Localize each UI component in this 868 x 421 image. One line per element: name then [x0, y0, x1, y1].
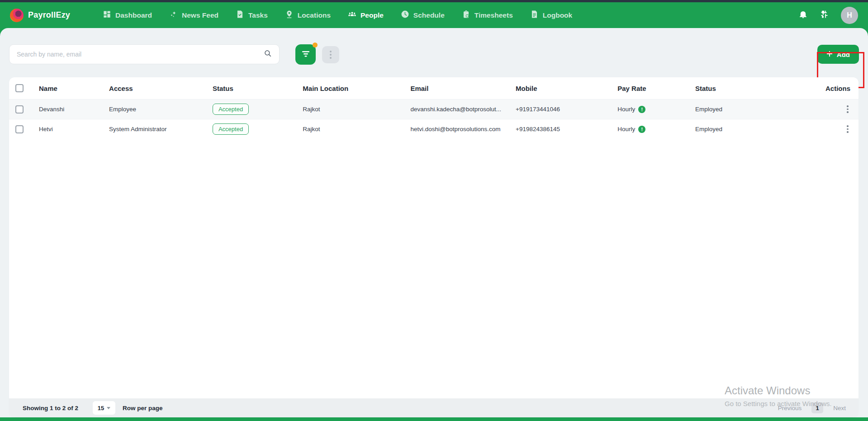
rows-per-page-select[interactable]: 15	[93, 401, 115, 415]
cell-email: hetvi.doshi@botprosolutions.com	[410, 126, 516, 132]
status-badge: Accepted	[213, 104, 249, 115]
nav-label: People	[360, 11, 384, 19]
add-button[interactable]: Add	[817, 45, 859, 64]
add-button-label: Add	[837, 51, 850, 58]
table-footer: Showing 1 to 2 of 2 15 Row per page Prev…	[9, 398, 859, 417]
search-box	[9, 44, 280, 64]
nav-item-logbook[interactable]: Logbook	[530, 10, 572, 20]
column-header-status: Status	[213, 85, 303, 92]
cell-name: Hetvi	[39, 126, 109, 132]
filter-icon	[301, 50, 310, 59]
cell-name: Devanshi	[39, 106, 109, 113]
column-header-employment-status: Status	[695, 85, 783, 92]
toolbar-kebab-button[interactable]	[322, 46, 339, 63]
pagination: Previous 1 Next	[778, 402, 846, 413]
dashboard-icon	[103, 10, 111, 20]
previous-page-button[interactable]: Previous	[778, 405, 802, 412]
plus-icon	[826, 51, 833, 58]
kebab-icon	[330, 51, 332, 59]
rows-per-page-label: Row per page	[123, 405, 163, 412]
cell-mobile: +919173441046	[516, 106, 617, 113]
notification-bell-icon[interactable]	[798, 9, 808, 21]
table-header-row: Name Access Status Main Location Email M…	[9, 77, 859, 99]
next-page-button[interactable]: Next	[833, 405, 846, 412]
cell-mobile: +919824386145	[516, 126, 617, 132]
brand-logo-icon	[10, 9, 24, 22]
search-input[interactable]	[17, 51, 264, 58]
nav-label: News Feed	[182, 11, 218, 19]
cell-employment-status: Employed	[695, 106, 783, 113]
table-row[interactable]: Hetvi System Administrator Accepted Rajk…	[9, 119, 859, 139]
app-header: PayrollEzy Dashboard News Feed Tasks Loc…	[0, 2, 868, 28]
nav-item-news-feed[interactable]: News Feed	[169, 10, 218, 20]
task-document-icon	[236, 10, 244, 20]
column-header-actions: Actions	[783, 85, 850, 92]
cell-main-location: Rajkot	[303, 126, 410, 132]
showing-count-label: Showing 1 to 2 of 2	[23, 405, 78, 412]
cell-email: devanshi.kadecha@botprosolut...	[410, 106, 516, 113]
row-checkbox[interactable]	[15, 105, 24, 114]
nav-item-dashboard[interactable]: Dashboard	[103, 10, 152, 20]
clock-icon	[401, 10, 409, 20]
nav-label: Dashboard	[115, 11, 152, 19]
toolbar: Add	[9, 44, 859, 64]
cell-pay-rate: Hourly	[617, 126, 635, 132]
cell-main-location: Rajkot	[303, 106, 410, 113]
column-header-email: Email	[410, 85, 516, 92]
cell-access: System Administrator	[109, 126, 213, 132]
map-pin-icon	[285, 10, 294, 20]
nav-item-timesheets[interactable]: Timesheets	[462, 10, 513, 20]
row-actions-kebab-icon[interactable]	[845, 104, 850, 115]
filter-badge-dot	[313, 43, 318, 47]
column-header-mobile: Mobile	[516, 85, 617, 92]
nav-label: Schedule	[413, 11, 445, 19]
column-header-main-location: Main Location	[303, 85, 410, 92]
filter-button[interactable]	[295, 44, 316, 65]
header-right: H	[798, 7, 858, 24]
nav-label: Logbook	[543, 11, 572, 19]
rows-per-page-value: 15	[98, 405, 104, 412]
search-icon[interactable]	[264, 49, 272, 59]
content-panel: Add Name Access Status Main Location Ema…	[0, 28, 868, 417]
cell-employment-status: Employed	[695, 126, 783, 132]
chevron-down-icon	[107, 407, 110, 409]
column-header-name: Name	[39, 85, 109, 92]
cell-pay-rate: Hourly	[617, 106, 635, 113]
people-group-icon	[348, 10, 356, 20]
nav-label: Locations	[298, 11, 331, 19]
column-header-access: Access	[109, 85, 213, 92]
nav-label: Timesheets	[474, 11, 513, 19]
nav-item-locations[interactable]: Locations	[285, 10, 331, 20]
settings-sliders-icon[interactable]	[820, 9, 829, 21]
page-number-button[interactable]: 1	[811, 402, 823, 413]
cell-access: Employee	[109, 106, 213, 113]
brand: PayrollEzy	[10, 9, 70, 22]
status-badge: Accepted	[213, 123, 249, 135]
brand-name: PayrollEzy	[28, 10, 70, 20]
column-header-pay-rate: Pay Rate	[617, 85, 695, 92]
sparkle-icon	[169, 10, 178, 20]
logbook-document-icon	[530, 10, 539, 20]
pay-rate-info-icon[interactable]	[638, 126, 645, 133]
table-empty-space	[9, 139, 859, 398]
row-checkbox[interactable]	[15, 125, 24, 133]
nav-label: Tasks	[248, 11, 268, 19]
people-table-card: Name Access Status Main Location Email M…	[9, 77, 859, 417]
nav-item-schedule[interactable]: Schedule	[401, 10, 445, 20]
main-nav: Dashboard News Feed Tasks Locations Peop…	[103, 10, 572, 20]
nav-item-people[interactable]: People	[348, 10, 384, 20]
select-all-checkbox[interactable]	[15, 84, 24, 92]
nav-item-tasks[interactable]: Tasks	[236, 10, 268, 20]
header-checkbox-cell	[15, 84, 39, 92]
user-avatar[interactable]: H	[841, 7, 858, 24]
table-row[interactable]: Devanshi Employee Accepted Rajkot devans…	[9, 99, 859, 119]
row-actions-kebab-icon[interactable]	[845, 123, 850, 135]
clipboard-clock-icon	[462, 10, 470, 20]
pay-rate-info-icon[interactable]	[638, 106, 645, 113]
